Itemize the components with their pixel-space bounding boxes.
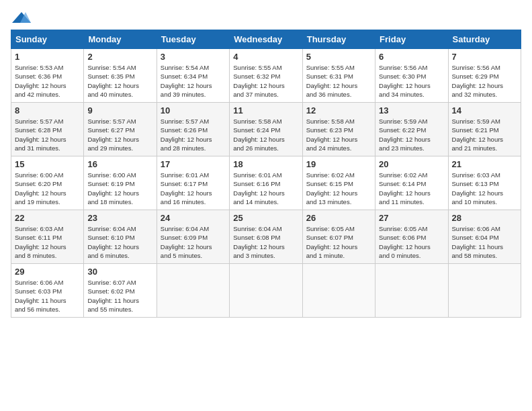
- calendar-cell: 3Sunrise: 5:54 AMSunset: 6:34 PMDaylight…: [157, 49, 229, 103]
- cell-text: Sunrise: 5:57 AMSunset: 6:26 PMDaylight:…: [161, 117, 226, 152]
- day-number: 24: [161, 213, 226, 223]
- calendar-week-2: 8Sunrise: 5:57 AMSunset: 6:28 PMDaylight…: [11, 103, 521, 156]
- cell-text: Sunrise: 5:53 AMSunset: 6:36 PMDaylight:…: [15, 63, 80, 99]
- calendar-cell: 11Sunrise: 5:58 AMSunset: 6:24 PMDayligh…: [230, 103, 302, 156]
- calendar-cell: 28Sunrise: 6:06 AMSunset: 6:04 PMDayligh…: [448, 210, 521, 264]
- cell-text: Sunrise: 5:57 AMSunset: 6:28 PMDaylight:…: [15, 117, 80, 152]
- cell-text: Sunrise: 6:01 AMSunset: 6:17 PMDaylight:…: [161, 171, 226, 206]
- cell-text: Sunrise: 6:05 AMSunset: 6:06 PMDaylight:…: [379, 224, 444, 260]
- day-number: 8: [15, 105, 80, 116]
- weekday-header-thursday: Thursday: [302, 30, 375, 49]
- calendar-cell: 18Sunrise: 6:01 AMSunset: 6:16 PMDayligh…: [230, 156, 302, 210]
- day-number: 3: [161, 52, 226, 62]
- calendar-week-1: 1Sunrise: 5:53 AMSunset: 6:36 PMDaylight…: [11, 49, 521, 103]
- cell-text: Sunrise: 6:02 AMSunset: 6:15 PMDaylight:…: [306, 171, 371, 206]
- cell-text: Sunrise: 5:59 AMSunset: 6:21 PMDaylight:…: [452, 117, 517, 152]
- calendar-cell: 15Sunrise: 6:00 AMSunset: 6:20 PMDayligh…: [11, 156, 84, 210]
- calendar-cell: 24Sunrise: 6:04 AMSunset: 6:09 PMDayligh…: [157, 210, 229, 264]
- day-number: 6: [379, 52, 444, 62]
- page-header: [11, 11, 521, 24]
- cell-text: Sunrise: 5:57 AMSunset: 6:27 PMDaylight:…: [87, 117, 152, 152]
- calendar-cell: [302, 264, 375, 318]
- calendar-cell: 19Sunrise: 6:02 AMSunset: 6:15 PMDayligh…: [302, 156, 375, 210]
- calendar-cell: 22Sunrise: 6:03 AMSunset: 6:11 PMDayligh…: [11, 210, 84, 264]
- cell-text: Sunrise: 5:58 AMSunset: 6:24 PMDaylight:…: [233, 117, 298, 152]
- weekday-header-wednesday: Wednesday: [230, 30, 302, 49]
- day-number: 10: [161, 105, 226, 116]
- calendar-table: SundayMondayTuesdayWednesdayThursdayFrid…: [11, 30, 521, 318]
- calendar-cell: 16Sunrise: 6:00 AMSunset: 6:19 PMDayligh…: [84, 156, 157, 210]
- day-number: 22: [15, 213, 80, 223]
- cell-text: Sunrise: 6:07 AMSunset: 6:02 PMDaylight:…: [87, 278, 152, 314]
- cell-text: Sunrise: 5:55 AMSunset: 6:32 PMDaylight:…: [233, 63, 298, 99]
- calendar-cell: 17Sunrise: 6:01 AMSunset: 6:17 PMDayligh…: [157, 156, 229, 210]
- cell-text: Sunrise: 6:06 AMSunset: 6:04 PMDaylight:…: [452, 224, 517, 260]
- calendar-cell: 12Sunrise: 5:58 AMSunset: 6:23 PMDayligh…: [302, 103, 375, 156]
- weekday-header-friday: Friday: [375, 30, 448, 49]
- calendar-cell: 7Sunrise: 5:56 AMSunset: 6:29 PMDaylight…: [448, 49, 521, 103]
- day-number: 21: [452, 159, 517, 169]
- day-number: 5: [306, 52, 371, 62]
- cell-text: Sunrise: 5:56 AMSunset: 6:30 PMDaylight:…: [379, 63, 444, 99]
- calendar-cell: 5Sunrise: 5:55 AMSunset: 6:31 PMDaylight…: [302, 49, 375, 103]
- day-number: 18: [233, 159, 298, 169]
- cell-text: Sunrise: 6:02 AMSunset: 6:14 PMDaylight:…: [379, 171, 444, 206]
- cell-text: Sunrise: 5:54 AMSunset: 6:35 PMDaylight:…: [87, 63, 152, 99]
- cell-text: Sunrise: 5:54 AMSunset: 6:34 PMDaylight:…: [161, 63, 226, 99]
- cell-text: Sunrise: 5:58 AMSunset: 6:23 PMDaylight:…: [306, 117, 371, 152]
- day-number: 1: [15, 52, 80, 62]
- day-number: 2: [87, 52, 152, 62]
- calendar-cell: 13Sunrise: 5:59 AMSunset: 6:22 PMDayligh…: [375, 103, 448, 156]
- day-number: 27: [379, 213, 444, 223]
- weekday-header-tuesday: Tuesday: [157, 30, 229, 49]
- calendar-cell: 26Sunrise: 6:05 AMSunset: 6:07 PMDayligh…: [302, 210, 375, 264]
- calendar-cell: 27Sunrise: 6:05 AMSunset: 6:06 PMDayligh…: [375, 210, 448, 264]
- day-number: 17: [161, 159, 226, 169]
- calendar-cell: 25Sunrise: 6:04 AMSunset: 6:08 PMDayligh…: [230, 210, 302, 264]
- calendar-cell: 8Sunrise: 5:57 AMSunset: 6:28 PMDaylight…: [11, 103, 84, 156]
- calendar-cell: [375, 264, 448, 318]
- calendar-cell: [157, 264, 229, 318]
- calendar-cell: 30Sunrise: 6:07 AMSunset: 6:02 PMDayligh…: [84, 264, 157, 318]
- weekday-header-monday: Monday: [84, 30, 157, 49]
- day-number: 26: [306, 213, 371, 223]
- day-number: 30: [87, 267, 152, 277]
- day-number: 4: [233, 52, 298, 62]
- calendar-cell: [230, 264, 302, 318]
- cell-text: Sunrise: 6:03 AMSunset: 6:13 PMDaylight:…: [452, 171, 517, 206]
- day-number: 29: [15, 267, 80, 277]
- cell-text: Sunrise: 6:00 AMSunset: 6:19 PMDaylight:…: [87, 171, 152, 206]
- day-number: 9: [87, 105, 152, 116]
- logo-icon: [12, 11, 31, 24]
- calendar-cell: 1Sunrise: 5:53 AMSunset: 6:36 PMDaylight…: [11, 49, 84, 103]
- day-number: 7: [452, 52, 517, 62]
- calendar-week-5: 29Sunrise: 6:06 AMSunset: 6:03 PMDayligh…: [11, 264, 521, 318]
- cell-text: Sunrise: 6:00 AMSunset: 6:20 PMDaylight:…: [15, 171, 80, 206]
- day-number: 14: [452, 105, 517, 116]
- cell-text: Sunrise: 6:05 AMSunset: 6:07 PMDaylight:…: [306, 224, 371, 260]
- weekday-header-saturday: Saturday: [448, 30, 521, 49]
- day-number: 12: [306, 105, 371, 116]
- cell-text: Sunrise: 6:04 AMSunset: 6:10 PMDaylight:…: [87, 224, 152, 260]
- day-number: 25: [233, 213, 298, 223]
- calendar-cell: 9Sunrise: 5:57 AMSunset: 6:27 PMDaylight…: [84, 103, 157, 156]
- cell-text: Sunrise: 6:01 AMSunset: 6:16 PMDaylight:…: [233, 171, 298, 206]
- cell-text: Sunrise: 6:04 AMSunset: 6:09 PMDaylight:…: [161, 224, 226, 260]
- cell-text: Sunrise: 5:59 AMSunset: 6:22 PMDaylight:…: [379, 117, 444, 152]
- calendar-cell: [448, 264, 521, 318]
- calendar-cell: 20Sunrise: 6:02 AMSunset: 6:14 PMDayligh…: [375, 156, 448, 210]
- calendar-cell: 4Sunrise: 5:55 AMSunset: 6:32 PMDaylight…: [230, 49, 302, 103]
- day-number: 16: [87, 159, 152, 169]
- calendar-cell: 29Sunrise: 6:06 AMSunset: 6:03 PMDayligh…: [11, 264, 84, 318]
- cell-text: Sunrise: 6:06 AMSunset: 6:03 PMDaylight:…: [15, 278, 80, 314]
- cell-text: Sunrise: 5:56 AMSunset: 6:29 PMDaylight:…: [452, 63, 517, 99]
- day-number: 13: [379, 105, 444, 116]
- calendar-cell: 6Sunrise: 5:56 AMSunset: 6:30 PMDaylight…: [375, 49, 448, 103]
- calendar-cell: 23Sunrise: 6:04 AMSunset: 6:10 PMDayligh…: [84, 210, 157, 264]
- logo: [11, 11, 31, 24]
- calendar-cell: 14Sunrise: 5:59 AMSunset: 6:21 PMDayligh…: [448, 103, 521, 156]
- calendar-week-3: 15Sunrise: 6:00 AMSunset: 6:20 PMDayligh…: [11, 156, 521, 210]
- day-number: 23: [87, 213, 152, 223]
- day-number: 11: [233, 105, 298, 116]
- cell-text: Sunrise: 6:03 AMSunset: 6:11 PMDaylight:…: [15, 224, 80, 260]
